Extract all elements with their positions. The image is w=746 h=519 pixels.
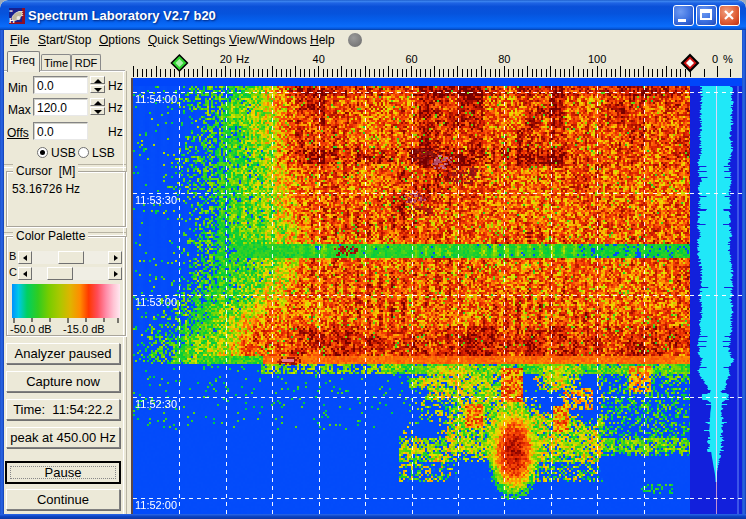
svg-text:100: 100 — [588, 53, 606, 65]
svg-text:0: 0 — [712, 53, 718, 65]
svg-text:60: 60 — [405, 53, 417, 65]
svg-text:80: 80 — [498, 53, 510, 65]
svg-text:Hz: Hz — [236, 53, 249, 65]
svg-text:%: % — [723, 53, 733, 65]
svg-text:20: 20 — [220, 53, 232, 65]
svg-text:40: 40 — [313, 53, 325, 65]
